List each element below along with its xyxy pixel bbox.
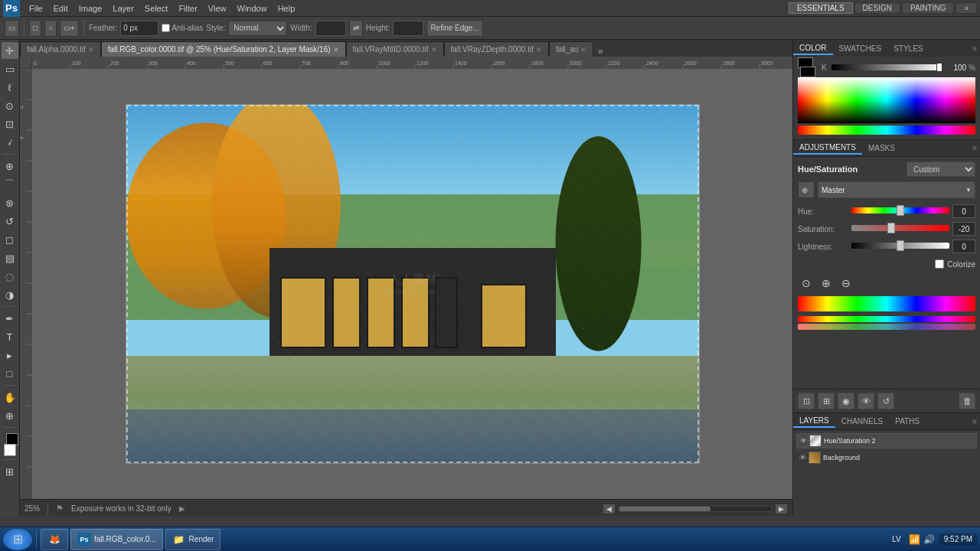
menu-image[interactable]: Image (74, 2, 107, 15)
menu-layer[interactable]: Layer (108, 2, 139, 15)
view-prev-btn[interactable]: ⊞ (818, 393, 835, 409)
blur-tool[interactable]: ◌ (2, 268, 18, 285)
tab-4[interactable]: fall_ao ✕ (549, 41, 593, 57)
taskbar-photoshop[interactable]: Ps fall.RGB_color.0... (70, 529, 163, 550)
colorize-checkbox[interactable] (935, 259, 944, 269)
layer-row[interactable]: 👁 Hue/Saturation 2 (796, 433, 977, 448)
tab-adjustments[interactable]: ADJUSTMENTS (793, 142, 862, 155)
workspace-more-btn[interactable]: » (956, 2, 977, 14)
view-btn[interactable]: 👁 (858, 393, 874, 409)
tab-0[interactable]: fall.Alpha.0000.tif ✕ (20, 41, 101, 57)
eyedropper-tool[interactable]: 𝒾 (2, 134, 18, 151)
width-input[interactable] (315, 21, 346, 36)
master-dropdown[interactable]: Master ▼ (818, 181, 975, 198)
marquee-tool-btn[interactable]: ▭ (5, 20, 19, 37)
crop-tool[interactable]: ⊡ (2, 116, 18, 132)
tab-0-close[interactable]: ✕ (88, 46, 94, 54)
menu-edit[interactable]: Edit (49, 2, 73, 15)
workspace-design-btn[interactable]: DESIGN (854, 2, 900, 14)
color-panel-options[interactable]: ≡ (972, 44, 980, 53)
saturation-value-input[interactable]: -20 (952, 222, 975, 236)
horizontal-scrollbar[interactable] (619, 506, 772, 512)
canvas-viewport[interactable]: 人人素材 www.rr-sc.com (32, 69, 792, 499)
pen-tool[interactable]: ✒ (2, 310, 18, 327)
height-input[interactable] (393, 21, 423, 36)
tab-channels[interactable]: CHANNELS (835, 416, 889, 427)
swap-dimensions-btn[interactable]: ⇌ (349, 20, 363, 37)
taskbar-firefox[interactable]: 🦊 (41, 529, 68, 550)
saturation-slider[interactable] (851, 224, 949, 232)
quick-select-tool[interactable]: ⊙ (2, 97, 18, 114)
tabs-overflow-btn[interactable]: » (593, 46, 607, 57)
bg-swatch[interactable] (800, 67, 815, 77)
refine-edge-btn[interactable]: Refine Edge... (426, 20, 482, 37)
path-select-tool[interactable]: ▸ (2, 347, 18, 364)
eraser-tool[interactable]: ◻ (2, 231, 18, 248)
history-brush-tool[interactable]: ↺ (2, 213, 18, 230)
tab-1[interactable]: fall.RGB_color.0000.tif @ 25% (Hue/Satur… (101, 41, 346, 57)
lightness-value-input[interactable]: 0 (952, 240, 975, 253)
zoom-display[interactable]: 25% (24, 504, 40, 513)
tab-3-close[interactable]: ✕ (536, 46, 542, 54)
hand-tool[interactable]: ✋ (2, 389, 18, 406)
tab-3[interactable]: fall.VRayZDepth.0000.tif ✕ (444, 41, 549, 57)
tab-masks[interactable]: MASKS (862, 142, 901, 154)
move-tool[interactable]: ✛ (2, 42, 18, 59)
tab-color[interactable]: COLOR (793, 42, 833, 55)
marquee-extra-btn[interactable]: ▭+ (60, 20, 79, 37)
k-slider[interactable] (831, 64, 942, 70)
dodge-tool[interactable]: ◑ (2, 286, 18, 303)
refresh-btn[interactable]: ↺ (877, 393, 894, 409)
menu-window[interactable]: Window (233, 2, 272, 15)
background-color[interactable] (4, 444, 16, 456)
tab-2-close[interactable]: ✕ (431, 46, 437, 54)
feather-input[interactable] (120, 21, 158, 36)
style-dropdown[interactable]: Normal Fixed Ratio Fixed Size (228, 21, 287, 36)
shape-tool[interactable]: □ (2, 365, 18, 382)
scroll-left-btn[interactable]: ◀ (603, 504, 616, 514)
screen-mode-btn[interactable]: ⊞ (2, 463, 18, 480)
spot-heal-tool[interactable]: ⊕ (2, 158, 18, 174)
color-gradient-bar[interactable] (798, 126, 975, 135)
color-spectrum[interactable] (798, 77, 975, 123)
tab-1-close[interactable]: ✕ (333, 46, 339, 54)
layer-row-2[interactable]: 👁 Background (796, 450, 977, 465)
marquee-rect-btn[interactable]: □ (29, 20, 41, 37)
tab-4-close[interactable]: ✕ (580, 46, 586, 54)
layer-visibility-icon[interactable]: 👁 (800, 437, 807, 445)
antialias-checkbox[interactable] (162, 24, 170, 32)
hue-value-input[interactable]: 0 (952, 204, 975, 218)
tab-styles[interactable]: STYLES (887, 43, 929, 54)
visibility-btn[interactable]: ◉ (838, 393, 854, 409)
workspace-painting-btn[interactable]: PAINTING (902, 2, 954, 14)
layers-panel-options[interactable]: ≡ (972, 417, 980, 425)
scroll-right-btn[interactable]: ▶ (775, 504, 788, 514)
brush-tool[interactable]: ⌒ (2, 176, 18, 193)
tab-layers[interactable]: LAYERS (793, 415, 835, 428)
tab-paths[interactable]: PATHS (889, 416, 926, 427)
menu-file[interactable]: File (24, 2, 47, 15)
target-adjust-btn[interactable]: ⊕ (798, 181, 815, 198)
status-arrow[interactable]: ▶ (179, 504, 185, 513)
delete-btn[interactable]: 🗑 (959, 393, 975, 409)
tab-2[interactable]: fall.VRayMtlID.0000.tif ✕ (346, 41, 444, 57)
eyedrop-btn-2[interactable]: ⊖ (838, 275, 854, 292)
adj-panel-options[interactable]: ≡ (972, 144, 980, 152)
gradient-tool[interactable]: ▤ (2, 249, 18, 266)
menu-select[interactable]: Select (140, 2, 173, 15)
preset-dropdown[interactable]: Custom Default Cyanotype Sepia (906, 161, 975, 177)
zoom-tool[interactable]: ⊕ (2, 407, 18, 424)
menu-filter[interactable]: Filter (174, 2, 201, 15)
workspace-essentials-btn[interactable]: ESSENTIALS (789, 2, 853, 14)
taskbar-render[interactable]: 📁 Render (165, 529, 221, 550)
lightness-slider[interactable] (851, 242, 949, 249)
menu-help[interactable]: Help (273, 2, 300, 15)
selection-tool[interactable]: ▭ (2, 60, 18, 77)
lasso-tool[interactable]: ℓ (2, 79, 18, 96)
sample-tool-btn[interactable]: ⊙ (798, 275, 815, 292)
eyedrop-btn-1[interactable]: ⊕ (818, 275, 835, 292)
clone-tool[interactable]: ⊛ (2, 194, 18, 211)
start-button[interactable]: ⊞ (3, 529, 32, 550)
hue-slider[interactable] (851, 207, 949, 214)
text-tool[interactable]: T (2, 328, 18, 345)
